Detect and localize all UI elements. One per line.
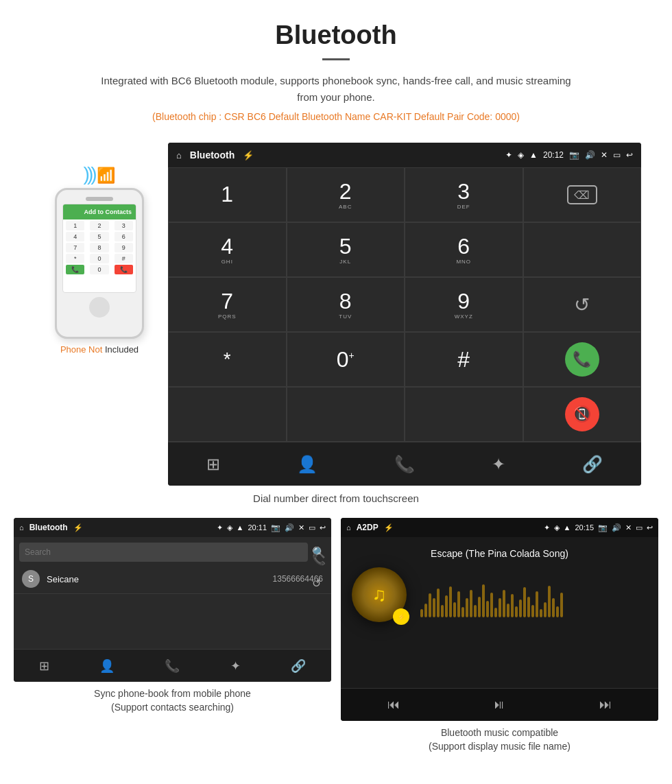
- music-next-icon[interactable]: ⏭: [599, 698, 612, 712]
- add-contacts-label: Add to Contacts: [84, 209, 132, 215]
- phone-key-1: 1: [66, 221, 84, 230]
- music-nav: ⏮ ⏯ ⏭: [341, 688, 658, 721]
- dial-bt-title: Bluetooth: [190, 150, 235, 161]
- dial-volume-icon[interactable]: 🔊: [585, 150, 595, 160]
- phone-screen: Add to Contacts 1 2 3 4 5 6 7 8: [62, 204, 136, 293]
- dial-nav: ⊞ 👤 📞 ✦ 🔗: [168, 442, 641, 486]
- keypad-row-5: 📞 0 📞: [66, 265, 133, 274]
- dial-nav-phone[interactable]: 📞: [394, 455, 415, 474]
- dial-call-red[interactable]: 📵: [523, 387, 642, 442]
- music-signal-icon: ▲: [564, 523, 571, 532]
- pb-caption: Sync phone-book from mobile phone (Suppo…: [14, 687, 331, 714]
- music-visualizer: [420, 583, 563, 617]
- keypad-row-4: * 0 #: [66, 254, 133, 263]
- pb-nav-grid[interactable]: ⊞: [39, 658, 49, 674]
- pb-nav-bt[interactable]: ✦: [230, 658, 241, 674]
- dial-empty-2: [168, 387, 287, 442]
- dial-key-hash[interactable]: #: [405, 332, 523, 387]
- music-song-title: Escape (The Pina Colada Song): [431, 548, 568, 559]
- pb-screen-icon[interactable]: ▭: [309, 523, 315, 532]
- pb-nav-phone[interactable]: 📞: [165, 658, 180, 674]
- phone-container: ))) 📶 Add to Contacts 1 2 3 4 5: [31, 143, 168, 355]
- dial-key-8[interactable]: 8 TUV: [287, 277, 405, 332]
- phone-home-button[interactable]: [89, 297, 110, 318]
- pb-bt-icon: ✦: [217, 523, 223, 532]
- music-camera-icon[interactable]: 📷: [598, 523, 608, 532]
- dial-back-icon[interactable]: ↩: [626, 150, 633, 160]
- dial-key-star[interactable]: *: [168, 332, 287, 387]
- dial-key-0[interactable]: 0+: [287, 332, 405, 387]
- music-home-icon[interactable]: ⌂: [346, 523, 351, 532]
- pb-location-icon: ◈: [227, 523, 232, 532]
- dial-nav-link[interactable]: 🔗: [582, 455, 603, 474]
- phone-speaker: [86, 197, 113, 201]
- pb-icon-reload[interactable]: ↺: [312, 577, 326, 590]
- bt-wifi-icon: ))) 📶: [84, 163, 116, 185]
- pb-home-icon[interactable]: ⌂: [19, 523, 24, 532]
- pb-nav-contacts-active[interactable]: 👤: [99, 658, 115, 674]
- dial-nav-bt[interactable]: ✦: [492, 455, 505, 474]
- dial-screen-icon[interactable]: ▭: [613, 150, 621, 160]
- dial-home-icon[interactable]: ⌂: [176, 150, 182, 161]
- dial-key-3[interactable]: 3 DEF: [405, 167, 523, 222]
- dial-key-7[interactable]: 7 PQRS: [168, 277, 287, 332]
- dial-key-5[interactable]: 5 JKL: [287, 222, 405, 277]
- pb-icon-phone[interactable]: 📞: [312, 553, 326, 566]
- pb-search-input[interactable]: [19, 543, 308, 562]
- pb-statusbar-left: ⌂ Bluetooth ⚡: [19, 523, 83, 532]
- music-screen-icon[interactable]: ▭: [636, 523, 643, 532]
- dial-statusbar-left: ⌂ Bluetooth ⚡: [176, 150, 254, 161]
- pb-back-icon[interactable]: ↩: [320, 523, 326, 532]
- main-content: ))) 📶 Add to Contacts 1 2 3 4 5: [0, 129, 672, 486]
- dial-empty-1: [523, 222, 642, 277]
- music-item: ⌂ A2DP ⚡ ✦ ◈ ▲ 20:15 📷 🔊 ✕ ▭ ↩ E: [341, 518, 658, 753]
- dial-backspace[interactable]: ⌫: [523, 167, 642, 222]
- dial-key-6[interactable]: 6 MNO: [405, 222, 523, 277]
- phone-key-0: 0: [90, 254, 108, 263]
- dial-empty-3: [287, 387, 405, 442]
- music-volume-icon[interactable]: 🔊: [612, 523, 621, 532]
- music-prev-icon[interactable]: ⏮: [387, 698, 400, 712]
- music-statusbar: ⌂ A2DP ⚡ ✦ ◈ ▲ 20:15 📷 🔊 ✕ ▭ ↩: [341, 518, 658, 537]
- pb-search-row: 🔍: [14, 537, 331, 565]
- dial-key-9[interactable]: 9 WXYZ: [405, 277, 523, 332]
- dial-reload[interactable]: ↺: [523, 277, 642, 332]
- pb-volume-icon[interactable]: 🔊: [285, 523, 294, 532]
- phone-not-included-text2: Included: [105, 344, 139, 355]
- phone-call-green: 📞: [66, 265, 84, 274]
- keypad-row-3: 7 8 9: [66, 243, 133, 252]
- dial-close-icon[interactable]: ✕: [601, 150, 608, 160]
- music-content: Escape (The Pina Colada Song) ♫ ⚡: [341, 537, 658, 688]
- music-time: 20:15: [575, 523, 594, 532]
- dial-camera-icon[interactable]: 📷: [569, 150, 579, 160]
- page-header: Bluetooth Integrated with BC6 Bluetooth …: [0, 0, 672, 129]
- pb-signal-icon: ▲: [237, 523, 244, 532]
- dial-key-1[interactable]: 1: [168, 167, 287, 222]
- dial-screen: ⌂ Bluetooth ⚡ ✦ ◈ ▲ 20:12 📷 🔊 ✕ ▭ ↩: [168, 143, 641, 486]
- dial-signal-icon: ▲: [529, 150, 538, 160]
- dial-call-green[interactable]: 📞: [523, 332, 642, 387]
- dial-key-4[interactable]: 4 GHI: [168, 222, 287, 277]
- pb-statusbar: ⌂ Bluetooth ⚡ ✦ ◈ ▲ 20:11 📷 🔊 ✕ ▭ ↩: [14, 518, 331, 537]
- pb-time: 20:11: [248, 523, 267, 532]
- music-caption-line2: (Support display music file name): [429, 741, 571, 752]
- music-back-icon[interactable]: ↩: [647, 523, 653, 532]
- music-play-pause-icon[interactable]: ⏯: [493, 698, 505, 712]
- dial-statusbar: ⌂ Bluetooth ⚡ ✦ ◈ ▲ 20:12 📷 🔊 ✕ ▭ ↩: [168, 143, 641, 167]
- dial-nav-contacts[interactable]: 👤: [297, 455, 317, 474]
- pb-nav-link[interactable]: 🔗: [291, 658, 306, 674]
- phone-key-7: 7: [66, 243, 84, 252]
- music-caption: Bluetooth music compatible (Support disp…: [341, 726, 658, 753]
- dial-nav-grid[interactable]: ⊞: [206, 455, 220, 474]
- phone-call-red: 📞: [115, 265, 133, 274]
- pb-camera-icon[interactable]: 📷: [271, 523, 280, 532]
- pb-caption-line1: Sync phone-book from mobile phone: [94, 688, 251, 699]
- dial-key-2[interactable]: 2 ABC: [287, 167, 405, 222]
- bt-specs: (Bluetooth chip : CSR BC6 Default Blueto…: [27, 111, 645, 122]
- dial-bt-icon: ✦: [505, 150, 512, 160]
- pb-close-icon[interactable]: ✕: [298, 523, 304, 532]
- dial-location-icon: ◈: [518, 150, 524, 160]
- phone-key-6: 6: [115, 232, 133, 241]
- music-close-icon[interactable]: ✕: [625, 523, 632, 532]
- music-bt-icon: ✦: [544, 523, 550, 532]
